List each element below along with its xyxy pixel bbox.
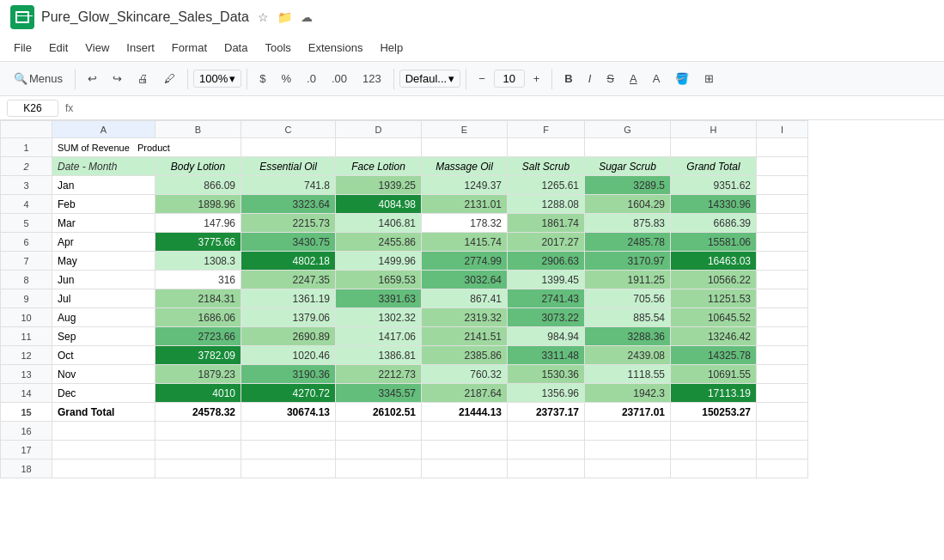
data-cell[interactable]: 2247.35 (241, 271, 336, 289)
data-cell[interactable]: 2212.73 (336, 365, 422, 384)
empty-cell[interactable] (422, 460, 508, 478)
col-header-b[interactable]: B (155, 121, 241, 138)
empty-cell[interactable] (757, 403, 808, 422)
data-cell[interactable]: 147.96 (155, 214, 241, 233)
data-cell[interactable]: 1288.08 (508, 195, 585, 214)
data-cell[interactable]: 3289.5 (585, 176, 671, 195)
data-cell[interactable]: 3073.22 (508, 308, 585, 327)
data-cell[interactable]: 1898.96 (155, 195, 241, 214)
menu-file[interactable]: File (7, 38, 39, 58)
data-cell[interactable]: 6686.39 (671, 214, 757, 233)
col-body-lotion[interactable]: Body Lotion (155, 157, 241, 176)
month-cell-jul[interactable]: Jul (52, 289, 155, 308)
r1-c[interactable] (241, 138, 336, 157)
data-cell[interactable]: 2723.66 (155, 327, 241, 346)
italic-button[interactable]: I (582, 69, 599, 88)
r1-f[interactable] (508, 138, 585, 157)
row-header-4[interactable]: 4 (1, 195, 52, 214)
data-cell[interactable]: 2455.86 (336, 233, 422, 252)
menu-extensions[interactable]: Extensions (301, 38, 370, 58)
empty-cell[interactable] (336, 441, 422, 460)
data-cell[interactable]: 2485.78 (585, 233, 671, 252)
empty-cell[interactable] (585, 441, 671, 460)
data-cell[interactable]: 1604.29 (585, 195, 671, 214)
data-cell[interactable]: 1361.19 (241, 289, 336, 308)
month-cell-nov[interactable]: Nov (52, 365, 155, 384)
print-button[interactable]: 🖨 (131, 69, 155, 88)
cell-reference[interactable]: K26 (7, 100, 58, 117)
month-cell-feb[interactable]: Feb (52, 195, 155, 214)
menu-help[interactable]: Help (373, 38, 410, 58)
data-cell[interactable]: 3345.57 (336, 384, 422, 403)
empty-cell[interactable] (757, 214, 808, 233)
empty-cell[interactable] (241, 422, 336, 441)
text-color-button[interactable]: A (646, 69, 667, 88)
data-cell[interactable]: 2906.63 (508, 252, 585, 271)
data-cell[interactable]: 885.54 (585, 308, 671, 327)
row-header-17[interactable]: 17 (1, 441, 52, 460)
fill-color-button[interactable]: 🪣 (668, 69, 696, 88)
empty-cell[interactable] (757, 460, 808, 478)
data-cell[interactable]: 17113.19 (671, 384, 757, 403)
row-header-16[interactable]: 16 (1, 422, 52, 441)
month-cell-sep[interactable]: Sep (52, 327, 155, 346)
data-cell[interactable]: 1386.81 (336, 346, 422, 365)
col-grand-total[interactable]: Grand Total (671, 157, 757, 176)
col-header-a[interactable]: A (52, 121, 155, 138)
document-title[interactable]: Pure_Glow_Skincare_Sales_Data (41, 9, 249, 25)
empty-cell[interactable] (241, 460, 336, 478)
empty-cell[interactable] (757, 346, 808, 365)
col-header-e[interactable]: E (422, 121, 508, 138)
folder-icon[interactable]: 📁 (276, 9, 294, 26)
empty-cell[interactable] (757, 422, 808, 441)
menu-insert[interactable]: Insert (119, 38, 161, 58)
row-header-7[interactable]: 7 (1, 252, 52, 271)
col-salt-scrub[interactable]: Salt Scrub (508, 157, 585, 176)
data-cell[interactable]: 1406.81 (336, 214, 422, 233)
col-massage-oil[interactable]: Massage Oil (422, 157, 508, 176)
data-cell[interactable]: 1879.23 (155, 365, 241, 384)
month-cell-oct[interactable]: Oct (52, 346, 155, 365)
empty-cell[interactable] (757, 289, 808, 308)
month-cell-jan[interactable]: Jan (52, 176, 155, 195)
grand-total-cell[interactable]: 24578.32 (155, 403, 241, 422)
row-header-10[interactable]: 10 (1, 308, 52, 327)
data-cell[interactable]: 867.41 (422, 289, 508, 308)
r1-e[interactable] (422, 138, 508, 157)
data-cell[interactable]: 1020.46 (241, 346, 336, 365)
empty-cell[interactable] (671, 441, 757, 460)
redo-button[interactable]: ↪ (106, 69, 129, 88)
grand-total-cell[interactable]: 26102.51 (336, 403, 422, 422)
r1-i[interactable] (757, 138, 808, 157)
menu-format[interactable]: Format (165, 38, 214, 58)
data-cell[interactable]: 741.8 (241, 176, 336, 195)
month-cell-dec[interactable]: Dec (52, 384, 155, 403)
row-header-3[interactable]: 3 (1, 176, 52, 195)
empty-cell[interactable] (757, 233, 808, 252)
data-cell[interactable]: 3782.09 (155, 346, 241, 365)
data-cell[interactable]: 1265.61 (508, 176, 585, 195)
empty-cell[interactable] (508, 460, 585, 478)
zoom-control[interactable]: 100% ▾ (193, 70, 241, 88)
empty-cell[interactable] (585, 422, 671, 441)
col-sugar-scrub[interactable]: Sugar Scrub (585, 157, 671, 176)
data-cell[interactable]: 1530.36 (508, 365, 585, 384)
grand-total-cell[interactable]: 21444.13 (422, 403, 508, 422)
data-cell[interactable]: 3190.36 (241, 365, 336, 384)
data-cell[interactable]: 1911.25 (585, 271, 671, 289)
data-cell[interactable]: 866.09 (155, 176, 241, 195)
data-cell[interactable]: 14330.96 (671, 195, 757, 214)
data-cell[interactable]: 1861.74 (508, 214, 585, 233)
data-cell[interactable]: 1249.37 (422, 176, 508, 195)
col-header-f[interactable]: F (508, 121, 585, 138)
underline-button[interactable]: A (623, 69, 644, 88)
data-cell[interactable]: 11251.53 (671, 289, 757, 308)
data-cell[interactable]: 1942.3 (585, 384, 671, 403)
strikethrough-button[interactable]: S (600, 69, 621, 88)
empty-cell[interactable] (671, 460, 757, 478)
month-cell-mar[interactable]: Mar (52, 214, 155, 233)
pivot-label-cell[interactable]: SUM of Revenue Product (52, 138, 241, 157)
col-header-d[interactable]: D (336, 121, 422, 138)
row-header-18[interactable]: 18 (1, 460, 52, 478)
grand-total-label[interactable]: Grand Total (52, 403, 155, 422)
